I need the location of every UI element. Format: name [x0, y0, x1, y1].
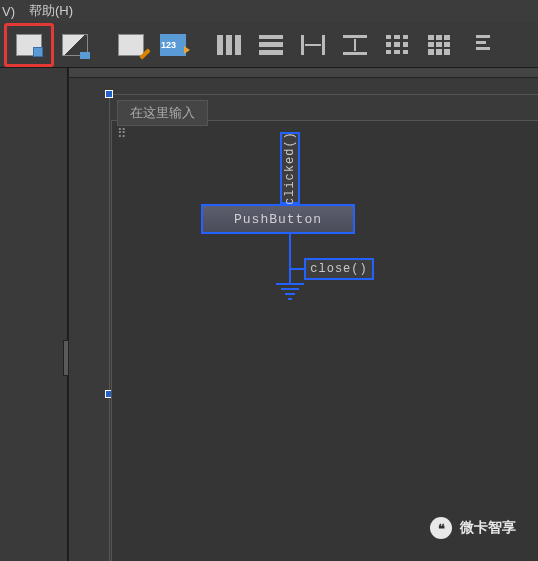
- side-panel: [0, 68, 68, 561]
- ground-symbol-icon: [276, 283, 304, 300]
- signal-connection-line: [289, 234, 291, 284]
- layout-horizontal-splitter-icon: [301, 35, 325, 55]
- horizontal-ruler: [69, 68, 538, 78]
- edit-buddies-icon: [118, 34, 144, 56]
- toolbar-grip-icon[interactable]: ⠿: [117, 126, 128, 141]
- layout-vertical-button[interactable]: [250, 27, 292, 63]
- edit-signals-icon: [62, 34, 88, 56]
- layout-grid-sparse-button[interactable]: [376, 27, 418, 63]
- edit-signals-button[interactable]: [54, 27, 96, 63]
- pushbutton-widget[interactable]: PushButton: [201, 204, 355, 234]
- watermark-text: 微卡智享: [460, 519, 516, 537]
- layout-horizontal-button[interactable]: [208, 27, 250, 63]
- layout-grid-button[interactable]: [418, 27, 460, 63]
- signal-connection-line-h: [289, 268, 305, 270]
- slot-close-label[interactable]: close(): [304, 258, 374, 280]
- toolbar: 123: [0, 22, 538, 68]
- edit-widgets-button[interactable]: [4, 23, 54, 67]
- form-background[interactable]: [111, 120, 538, 561]
- resize-handle-top-left[interactable]: [105, 90, 113, 98]
- layout-hsplitter-button[interactable]: [292, 27, 334, 63]
- layout-horizontal-icon: [217, 35, 241, 55]
- edit-taborder-icon: 123: [160, 34, 186, 56]
- watermark: ❝ 微卡智享: [430, 517, 516, 539]
- menu-help[interactable]: 帮助(H): [29, 2, 73, 20]
- edit-buddies-button[interactable]: [110, 27, 152, 63]
- form-canvas[interactable]: 在这里输入 ⠿ clicked() PushButton close(): [68, 68, 538, 561]
- workspace: 在这里输入 ⠿ clicked() PushButton close(): [0, 68, 538, 561]
- menubar: V) 帮助(H): [0, 0, 538, 22]
- layout-form-icon: [472, 35, 490, 55]
- menubar-type-here[interactable]: 在这里输入: [117, 100, 208, 126]
- layout-vsplitter-button[interactable]: [334, 27, 376, 63]
- watermark-icon: ❝: [430, 517, 452, 539]
- layout-grid-icon: [428, 35, 450, 55]
- layout-grid-sparse-icon: [386, 35, 408, 55]
- edit-taborder-button[interactable]: 123: [152, 27, 194, 63]
- layout-vertical-splitter-icon: [343, 35, 367, 55]
- layout-vertical-icon: [259, 35, 283, 55]
- signal-clicked-label[interactable]: clicked(): [280, 132, 300, 204]
- edit-widgets-icon: [16, 34, 42, 56]
- layout-form-button[interactable]: [460, 27, 502, 63]
- menu-view[interactable]: V): [2, 4, 15, 19]
